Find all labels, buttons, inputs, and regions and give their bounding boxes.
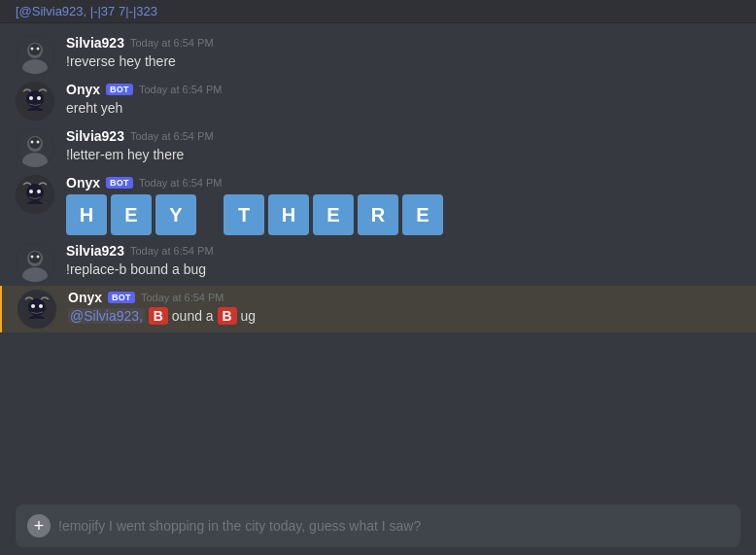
svg-point-4 — [31, 48, 34, 51]
svg-point-28 — [31, 304, 35, 308]
timestamp: Today at 6:54 PM — [130, 245, 214, 257]
message-content: Onyx BOT Today at 6:54 PM H E Y T H E R … — [66, 175, 740, 235]
timestamp: Today at 6:54 PM — [139, 84, 223, 95]
message-content: Silvia923 Today at 6:54 PM !reverse hey … — [66, 35, 740, 72]
svg-point-29 — [39, 304, 43, 308]
svg-point-9 — [37, 96, 41, 100]
message-text: !reverse hey there — [66, 52, 740, 72]
svg-point-14 — [31, 141, 34, 144]
letter-box-space — [200, 194, 220, 235]
svg-point-18 — [29, 190, 33, 193]
bot-badge: BOT — [108, 292, 135, 303]
timestamp: Today at 6:54 PM — [139, 177, 223, 189]
table-row: Silvia923 Today at 6:54 PM !reverse hey … — [0, 31, 756, 78]
chat-area: Silvia923 Today at 6:54 PM !reverse hey … — [0, 23, 756, 497]
bot-badge: BOT — [106, 84, 133, 95]
letter-box-H2: H — [268, 194, 309, 235]
letter-box-E: E — [111, 194, 152, 235]
svg-point-5 — [37, 48, 40, 51]
mention-bar: [@Silvia923, |-|37 7|-|323 — [0, 0, 756, 23]
ug-text: ug — [241, 308, 257, 324]
b-highlight-2: B — [218, 307, 237, 325]
timestamp: Today at 6:54 PM — [141, 292, 224, 303]
avatar — [16, 82, 54, 121]
avatar — [16, 35, 54, 74]
message-text: !letter-em hey there — [66, 146, 740, 165]
avatar — [16, 243, 54, 282]
bot-badge: BOT — [106, 177, 133, 189]
input-placeholder[interactable]: !emojify I went shopping in the city tod… — [58, 518, 729, 534]
timestamp: Today at 6:54 PM — [130, 130, 214, 142]
add-button[interactable]: + — [27, 514, 51, 538]
avatar — [17, 290, 56, 329]
replace-b-message: @Silvia923, B ound a B ug — [68, 307, 740, 327]
message-header: Onyx BOT Today at 6:54 PM — [66, 175, 740, 191]
message-text: !replace-b bound a bug — [66, 260, 740, 280]
table-row: Onyx BOT Today at 6:54 PM H E Y T H E R … — [0, 171, 756, 239]
svg-point-23 — [29, 252, 41, 263]
message-header: Silvia923 Today at 6:54 PM — [66, 243, 740, 259]
message-content: Silvia923 Today at 6:54 PM !letter-em he… — [66, 128, 740, 165]
mention-text: @Silvia923, — [68, 308, 145, 324]
message-text: ereht yeh — [66, 99, 740, 119]
message-content: Onyx BOT Today at 6:54 PM ereht yeh — [66, 82, 740, 119]
avatar — [16, 128, 54, 167]
message-header: Silvia923 Today at 6:54 PM — [66, 35, 740, 51]
avatar — [16, 175, 54, 214]
svg-point-24 — [31, 256, 34, 259]
letter-box-T: T — [223, 194, 264, 235]
letter-boxes: H E Y T H E R E — [66, 194, 740, 235]
svg-point-15 — [37, 141, 40, 144]
username: Silvia923 — [66, 243, 124, 259]
input-area: + !emojify I went shopping in the city t… — [16, 504, 740, 547]
timestamp: Today at 6:54 PM — [130, 37, 214, 49]
table-row: Silvia923 Today at 6:54 PM !letter-em he… — [0, 124, 756, 171]
message-content: Onyx BOT Today at 6:54 PM @Silvia923, B … — [68, 290, 740, 327]
username: Onyx — [66, 175, 100, 191]
username: Onyx — [66, 82, 100, 97]
message-header: Onyx BOT Today at 6:54 PM — [68, 290, 740, 305]
message-header: Onyx BOT Today at 6:54 PM — [66, 82, 740, 97]
svg-point-13 — [29, 137, 41, 149]
letter-box-E2: E — [313, 194, 354, 235]
username: Silvia923 — [66, 35, 124, 51]
letter-box-Y: Y — [155, 194, 196, 235]
message-header: Silvia923 Today at 6:54 PM — [66, 128, 740, 144]
mention-bar-text: [@Silvia923, |-|37 7|-|323 — [16, 4, 157, 18]
letter-box-H: H — [66, 194, 107, 235]
svg-point-8 — [29, 96, 33, 100]
b-highlight-1: B — [149, 307, 168, 325]
table-row: Silvia923 Today at 6:54 PM !replace-b bo… — [0, 239, 756, 286]
message-content: Silvia923 Today at 6:54 PM !replace-b bo… — [66, 243, 740, 280]
letter-box-E3: E — [402, 194, 443, 235]
username: Onyx — [68, 290, 102, 305]
svg-point-3 — [29, 44, 41, 55]
svg-point-19 — [37, 190, 41, 193]
letter-box-R: R — [358, 194, 398, 235]
username: Silvia923 — [66, 128, 124, 144]
table-row: Onyx BOT Today at 6:54 PM @Silvia923, B … — [0, 286, 756, 332]
svg-point-25 — [37, 256, 40, 259]
ound-text: ound a — [172, 308, 218, 324]
table-row: Onyx BOT Today at 6:54 PM ereht yeh — [0, 78, 756, 124]
